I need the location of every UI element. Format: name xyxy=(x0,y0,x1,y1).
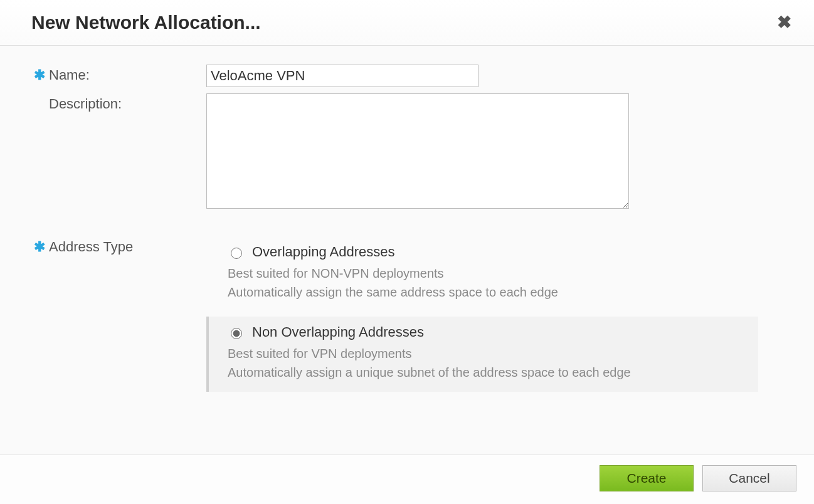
close-icon[interactable]: ✖ xyxy=(773,11,795,34)
address-type-row: ✱ Address Type Overlapping Addresses Bes… xyxy=(34,236,780,397)
option-overlapping-header: Overlapping Addresses xyxy=(228,244,748,260)
option-non-overlapping-desc: Best suited for VPN deployments Automati… xyxy=(228,344,748,382)
description-input-col xyxy=(206,93,629,211)
option-non-overlapping-header: Non Overlapping Addresses xyxy=(228,324,748,340)
dialog-body: ✱ Name: ✱ Description: ✱ Address Type xyxy=(0,46,814,454)
address-type-label-col: ✱ Address Type xyxy=(34,236,206,255)
address-type-options: Overlapping Addresses Best suited for NO… xyxy=(206,236,758,397)
cancel-button[interactable]: Cancel xyxy=(702,465,796,491)
radio-overlapping[interactable] xyxy=(231,248,242,259)
new-network-allocation-dialog: New Network Allocation... ✖ ✱ Name: ✱ De… xyxy=(0,0,814,504)
option-overlapping-title: Overlapping Addresses xyxy=(252,244,394,260)
description-row: ✱ Description: xyxy=(34,93,780,211)
name-input-col xyxy=(206,65,478,87)
option-overlapping-desc-line1: Best suited for NON-VPN deployments xyxy=(228,264,748,283)
dialog-title: New Network Allocation... xyxy=(31,12,261,33)
name-label-col: ✱ Name: xyxy=(34,65,206,83)
description-label: Description: xyxy=(49,96,122,112)
dialog-header: New Network Allocation... ✖ xyxy=(0,0,814,46)
option-non-overlapping-desc-line2: Automatically assign a unique subnet of … xyxy=(228,363,748,382)
option-overlapping[interactable]: Overlapping Addresses Best suited for NO… xyxy=(206,236,758,312)
create-button[interactable]: Create xyxy=(600,465,694,491)
name-row: ✱ Name: xyxy=(34,65,780,87)
dialog-footer: Create Cancel xyxy=(0,454,814,504)
option-non-overlapping-title: Non Overlapping Addresses xyxy=(252,324,424,340)
option-overlapping-desc: Best suited for NON-VPN deployments Auto… xyxy=(228,264,748,302)
option-non-overlapping-desc-line1: Best suited for VPN deployments xyxy=(228,344,748,363)
required-icon: ✱ xyxy=(34,239,49,254)
required-icon: ✱ xyxy=(34,67,49,82)
address-type-label: Address Type xyxy=(49,239,133,255)
description-input[interactable] xyxy=(206,93,629,209)
description-label-col: ✱ Description: xyxy=(34,93,206,112)
radio-non-overlapping[interactable] xyxy=(231,328,242,339)
name-label: Name: xyxy=(49,67,90,83)
name-input[interactable] xyxy=(206,65,478,87)
option-overlapping-desc-line2: Automatically assign the same address sp… xyxy=(228,283,748,302)
option-non-overlapping[interactable]: Non Overlapping Addresses Best suited fo… xyxy=(206,317,758,392)
